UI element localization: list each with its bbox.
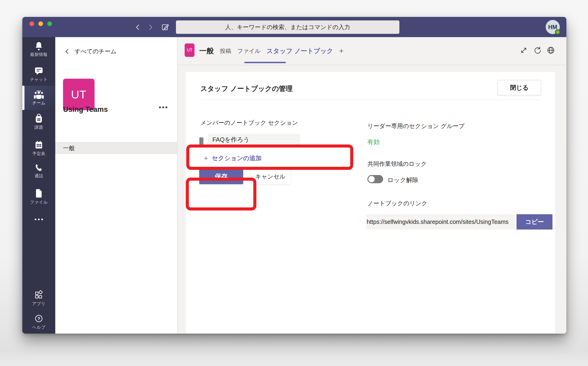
macos-minimize-button[interactable] (38, 21, 43, 26)
add-tab-button[interactable]: + (339, 47, 343, 55)
lock-toggle-label: ロック解除 (387, 176, 418, 184)
search-input[interactable]: 人、キーワードの検索、またはコマンドの入力 (176, 20, 399, 34)
macos-zoom-button[interactable] (47, 21, 52, 26)
notebook-link-label: ノートブックのリンク (367, 199, 427, 207)
all-teams-label: すべてのチーム (75, 47, 117, 55)
channel-badge: UT (185, 44, 195, 57)
plus-icon: + (204, 154, 208, 162)
notebook-link-field[interactable]: https://selfwingvkids.sharepoint.com/sit… (366, 214, 515, 229)
presence-available-icon: ✓ (555, 29, 560, 35)
main-area: UT 一般 投稿 ファイル スタッフ ノートブック + (178, 37, 566, 334)
rail-item-calls[interactable]: 通話 (22, 163, 55, 179)
teams-icon (33, 90, 44, 99)
collaboration-lock-label: 共同作業領域のロック (367, 160, 427, 168)
lock-toggle[interactable] (367, 175, 383, 183)
phone-icon (34, 163, 44, 172)
open-in-browser-button[interactable] (546, 46, 556, 55)
svg-text:?: ? (37, 316, 40, 321)
channel-sidebar: すべてのチーム UT Using Teams ••• 一般 (55, 37, 178, 334)
rail-item-chat[interactable]: チャット (22, 66, 55, 82)
leader-sections-label: リーダー専用のセクション グループ (367, 122, 465, 130)
add-section-link[interactable]: + セクションの追加 (204, 154, 262, 162)
team-more-options-icon[interactable]: ••• (159, 103, 168, 111)
teams-window: 人、キーワードの検索、またはコマンドの入力 HM ✓ 最新情報 チャット (22, 17, 566, 334)
refresh-icon (533, 46, 541, 54)
title-bar: 人、キーワードの検索、またはコマンドの入力 HM ✓ (22, 17, 566, 37)
close-button[interactable]: 閉じる (497, 80, 541, 95)
active-tab-underline (244, 62, 286, 63)
tab-staff-notebook[interactable]: スタッフ ノートブック (266, 47, 333, 55)
chat-icon (34, 66, 44, 76)
chevron-left-icon (65, 48, 69, 54)
back-button[interactable] (133, 22, 143, 32)
rail-item-apps[interactable]: アプリ (22, 290, 55, 306)
rail-item-files[interactable]: ファイル (22, 188, 55, 205)
tab-posts[interactable]: 投稿 (220, 47, 231, 55)
cancel-button[interactable]: キャンセル (250, 168, 291, 184)
save-button[interactable]: 保存 (199, 168, 243, 184)
rail-item-help[interactable]: ? ヘルプ (22, 314, 55, 330)
rail-item-assignments[interactable]: 課題 (22, 114, 55, 130)
file-icon (34, 188, 44, 198)
expand-tab-button[interactable] (519, 46, 528, 55)
globe-icon (547, 46, 555, 54)
toggle-knob (368, 176, 375, 182)
tab-files[interactable]: ファイル (237, 47, 260, 55)
chevron-left-icon (135, 24, 141, 31)
team-name: Using Teams (63, 105, 108, 114)
notebook-section-icon (199, 137, 203, 145)
rail-item-activity[interactable]: 最新情報 (22, 41, 55, 57)
tab-channel-name[interactable]: 一般 (199, 46, 214, 56)
copy-button[interactable]: コピー (516, 214, 552, 229)
app-rail: 最新情報 チャット チーム (22, 37, 55, 334)
staff-notebook-panel: スタッフ ノートブックの管理 閉じる メンバーのノートブック セクション + セ… (186, 72, 555, 334)
back-to-all-teams[interactable]: すべてのチーム (65, 47, 117, 55)
macos-close-button[interactable] (29, 21, 34, 26)
calendar-icon (34, 140, 44, 150)
apps-icon (34, 290, 44, 300)
member-sections-label: メンバーのノートブック セクション (200, 119, 298, 127)
leader-status-value: 有効 (367, 138, 380, 146)
tab-strip: UT 一般 投稿 ファイル スタッフ ノートブック + (178, 37, 566, 65)
refresh-tab-button[interactable] (533, 46, 542, 55)
rail-item-calendar[interactable]: 予定表 (22, 140, 55, 156)
backpack-icon (34, 114, 44, 123)
forward-button[interactable] (146, 22, 155, 32)
user-initials: HM (548, 24, 557, 30)
rail-item-more[interactable] (22, 218, 55, 221)
divider (200, 99, 540, 100)
rail-item-teams[interactable]: チーム (22, 86, 55, 110)
new-chat-button[interactable] (160, 22, 170, 32)
chevron-right-icon (147, 24, 154, 31)
expand-icon (520, 46, 528, 54)
channel-item-general[interactable]: 一般 (55, 142, 177, 154)
help-icon: ? (34, 314, 44, 323)
compose-icon (160, 23, 170, 32)
user-avatar[interactable]: HM ✓ (546, 20, 560, 34)
section-name-input[interactable] (208, 134, 300, 147)
active-indicator (22, 86, 24, 110)
panel-title: スタッフ ノートブックの管理 (200, 84, 293, 93)
bell-icon (34, 41, 44, 51)
ellipsis-icon (34, 218, 44, 221)
